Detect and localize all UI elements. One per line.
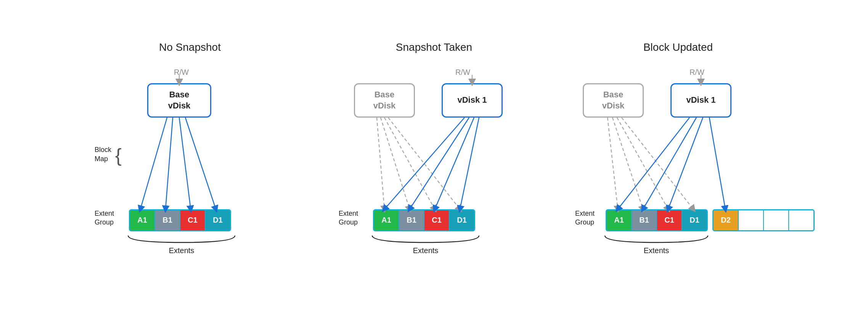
block-map-section: BlockMap {: [95, 144, 122, 165]
base-vdisk-3: BasevDisk: [583, 83, 644, 118]
svg-line-20: [643, 118, 696, 209]
vdisk1-2: vDisk 1: [442, 83, 503, 118]
cell-empty3-3: [789, 210, 813, 230]
svg-line-17: [617, 118, 668, 209]
base-vdisk-1: BasevDisk: [147, 83, 211, 118]
diagram-no-snapshot: No Snapshot R/W BasevDisk BlockMap { Ext…: [91, 41, 289, 274]
cell-a1-1: A1: [130, 210, 154, 230]
svg-line-22: [709, 118, 725, 209]
svg-line-3: [179, 118, 191, 209]
svg-line-21: [668, 118, 703, 209]
base-vdisk-label-2: BasevDisk: [373, 89, 396, 111]
base-vdisk-2: BasevDisk: [354, 83, 415, 118]
rw-label-1: R/W: [174, 68, 189, 77]
extents-label-1: Extents: [169, 246, 194, 255]
cell-d1-1: D1: [206, 210, 230, 230]
diagram-body-no-snapshot: R/W BasevDisk BlockMap { ExtentGroup A1 …: [91, 60, 289, 274]
cell-d1-3: D1: [682, 210, 707, 230]
extents-section-3: Extents: [601, 234, 712, 255]
base-vdisk-label-3: BasevDisk: [602, 89, 625, 111]
diagram-title-block-updated: Block Updated: [643, 41, 713, 53]
rw-label-3: R/W: [690, 68, 704, 77]
extent-group-row-3a: A1 B1 C1 D1: [606, 209, 708, 231]
cell-d2-3: D2: [714, 210, 738, 230]
diagram-body-snapshot-taken: R/W BasevDisk vDisk 1 ExtentGroup A1 B1 …: [335, 60, 533, 274]
cell-c1-2: C1: [424, 210, 449, 230]
cell-c1-1: C1: [180, 210, 205, 230]
extents-brace-svg-1: [124, 234, 239, 245]
block-map-label-1: BlockMap: [95, 145, 111, 163]
extents-label-3: Extents: [644, 246, 669, 255]
diagram-block-updated: Block Updated R/W BasevDisk vDisk 1 Exte…: [579, 41, 777, 274]
extent-group-row-2: A1 B1 C1 D1: [373, 209, 475, 231]
svg-line-6: [377, 118, 384, 209]
cell-a1-2: A1: [374, 210, 399, 230]
svg-line-1: [140, 118, 167, 209]
svg-line-11: [410, 118, 469, 209]
svg-line-4: [185, 118, 216, 209]
cell-c1-3: C1: [657, 210, 682, 230]
vdisk1-label-2: vDisk 1: [457, 95, 487, 106]
base-vdisk-label-1: BasevDisk: [168, 89, 191, 111]
svg-line-2: [166, 118, 173, 209]
svg-line-10: [384, 118, 465, 209]
rw-label-2: R/W: [455, 68, 470, 77]
cell-b1-2: B1: [399, 210, 424, 230]
cell-empty1-3: [739, 210, 763, 230]
svg-line-19: [618, 118, 690, 209]
svg-line-8: [384, 118, 435, 209]
cell-b1-1: B1: [155, 210, 180, 230]
cell-d1-2: D1: [450, 210, 474, 230]
extents-section-1: Extents: [124, 234, 239, 255]
svg-line-9: [388, 118, 460, 209]
extent-group-label-1: ExtentGroup: [95, 209, 114, 227]
extents-brace-svg-3: [601, 234, 712, 245]
vdisk1-3: vDisk 1: [670, 83, 731, 118]
svg-line-12: [435, 118, 474, 209]
extent-group-row-3b: D2: [712, 209, 815, 231]
cell-b1-3: B1: [632, 210, 656, 230]
extent-group-label-3: ExtentGroup: [575, 209, 595, 227]
extents-section-2: Extents: [368, 234, 483, 255]
svg-line-13: [460, 118, 479, 209]
block-map-brace-1: {: [115, 146, 122, 165]
diagram-body-block-updated: R/W BasevDisk vDisk 1 ExtentGroup A1 B1 …: [571, 60, 785, 274]
extents-brace-svg-2: [368, 234, 483, 245]
diagram-snapshot-taken: Snapshot Taken R/W BasevDisk vDisk 1 Ext…: [335, 41, 533, 274]
vdisk1-label-3: vDisk 1: [686, 95, 715, 106]
extent-group-label-2: ExtentGroup: [339, 209, 358, 227]
svg-line-18: [622, 118, 693, 209]
cell-a1-3: A1: [607, 210, 631, 230]
diagrams-container: No Snapshot R/W BasevDisk BlockMap { Ext…: [0, 34, 868, 282]
diagram-title-no-snapshot: No Snapshot: [159, 41, 221, 53]
extent-group-row-1: A1 B1 C1 D1: [129, 209, 231, 231]
diagram-title-snapshot-taken: Snapshot Taken: [396, 41, 472, 53]
svg-line-15: [608, 118, 618, 209]
cell-empty2-3: [764, 210, 788, 230]
extents-label-2: Extents: [413, 246, 439, 255]
svg-line-7: [381, 118, 410, 209]
svg-line-16: [612, 118, 643, 209]
